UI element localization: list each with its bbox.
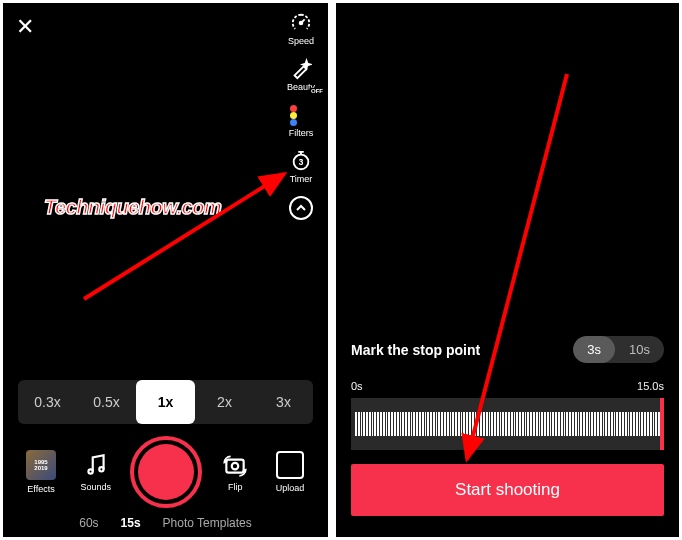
svg-point-4 xyxy=(99,467,103,471)
beauty-tool[interactable]: OFF Beauty xyxy=(281,58,321,92)
timer-tool[interactable]: 3 Timer xyxy=(281,150,321,184)
music-note-icon xyxy=(83,452,109,478)
speed-1x[interactable]: 1x xyxy=(136,380,195,424)
timer-panel: Mark the stop point 3s 10s 0s 15.0s Star… xyxy=(336,3,679,537)
stop-point-row: Mark the stop point 3s 10s xyxy=(351,336,664,363)
upload-icon xyxy=(276,451,304,479)
mode-photo-templates[interactable]: Photo Templates xyxy=(163,516,252,530)
speedometer-icon xyxy=(290,12,312,34)
speed-3x[interactable]: 3x xyxy=(254,380,313,424)
mode-60s[interactable]: 60s xyxy=(79,516,98,530)
time-end-label: 15.0s xyxy=(637,380,664,392)
collapse-tools-button[interactable] xyxy=(289,196,313,220)
time-range-labels: 0s 15.0s xyxy=(351,380,664,392)
filters-icon xyxy=(290,104,312,126)
stop-point-handle[interactable] xyxy=(660,398,664,450)
stop-point-label: Mark the stop point xyxy=(351,342,480,358)
camera-screen: ✕ Speed OFF Beauty Filters 3 Timer Techn… xyxy=(3,3,328,537)
tool-label: Speed xyxy=(288,36,314,46)
watermark-text: Techniquehow.com xyxy=(44,196,221,219)
sounds-button[interactable]: Sounds xyxy=(75,452,117,492)
countdown-3s[interactable]: 3s xyxy=(573,336,615,363)
record-button[interactable] xyxy=(130,436,202,508)
chevron-up-icon xyxy=(296,203,306,213)
effects-label: Effects xyxy=(27,484,54,494)
beauty-off-badge: OFF xyxy=(309,88,325,94)
svg-text:3: 3 xyxy=(299,158,304,167)
magic-wand-icon xyxy=(290,58,312,80)
mode-15s[interactable]: 15s xyxy=(121,516,141,530)
timer-icon: 3 xyxy=(290,150,312,172)
sounds-label: Sounds xyxy=(80,482,111,492)
svg-point-0 xyxy=(300,22,303,25)
upload-label: Upload xyxy=(276,483,305,493)
camera-tools: Speed OFF Beauty Filters 3 Timer xyxy=(281,12,321,220)
speed-0.3x[interactable]: 0.3x xyxy=(18,380,77,424)
svg-rect-5 xyxy=(227,460,244,473)
flip-label: Flip xyxy=(228,482,243,492)
speed-tool[interactable]: Speed xyxy=(281,12,321,46)
speed-selector: 0.3x 0.5x 1x 2x 3x xyxy=(18,380,313,424)
svg-point-3 xyxy=(88,469,92,473)
tool-label: Timer xyxy=(290,174,313,184)
close-icon[interactable]: ✕ xyxy=(16,14,34,40)
time-start-label: 0s xyxy=(351,380,363,392)
speed-0.5x[interactable]: 0.5x xyxy=(77,380,136,424)
countdown-10s[interactable]: 10s xyxy=(615,336,664,363)
waveform-track[interactable] xyxy=(351,398,664,450)
waveform-bars xyxy=(351,412,664,436)
svg-line-7 xyxy=(84,174,284,299)
annotation-arrow-timer xyxy=(64,159,304,309)
flip-button[interactable]: Flip xyxy=(214,452,256,492)
effects-button[interactable]: 19952019 Effects xyxy=(20,450,62,494)
effects-thumbnail: 19952019 xyxy=(26,450,56,480)
start-shooting-button[interactable]: Start shooting xyxy=(351,464,664,516)
countdown-toggle: 3s 10s xyxy=(573,336,664,363)
record-inner xyxy=(138,444,194,500)
flip-camera-icon xyxy=(222,452,248,478)
svg-point-6 xyxy=(232,463,239,470)
tool-label: Filters xyxy=(289,128,314,138)
filters-tool[interactable]: Filters xyxy=(281,104,321,138)
mode-selector: 60s 15s Photo Templates xyxy=(4,516,327,530)
bottom-toolbar: 19952019 Effects Sounds Flip Upload xyxy=(4,436,327,508)
upload-button[interactable]: Upload xyxy=(269,451,311,493)
speed-2x[interactable]: 2x xyxy=(195,380,254,424)
